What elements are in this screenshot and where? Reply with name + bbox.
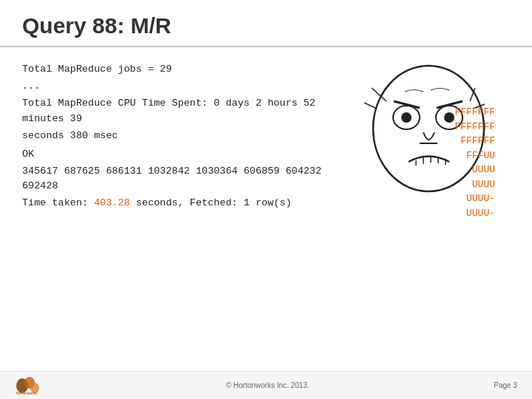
fff-line-5: UUUU	[454, 163, 495, 177]
svg-text:Hortonworks: Hortonworks	[16, 391, 38, 395]
svg-line-14	[364, 103, 377, 109]
image-area: FFFFFFF FFFFFFF FFFFFF FFFUU UUUU UUUU U…	[347, 55, 510, 213]
fff-line-3: FFFFFF	[454, 134, 495, 149]
footer-page: Page 3	[494, 381, 517, 389]
slide-title: Query 88: M/R	[22, 13, 171, 38]
footer-copyright: © Hortonworks Inc. 2013.	[226, 381, 310, 389]
fff-overlay: FFFFFFF FFFFFFF FFFFFF FFFUU UUUU UUUU U…	[454, 105, 495, 220]
fff-line-8: UUUU-	[454, 206, 495, 221]
footer: Hortonworks © Hortonworks Inc. 2013. Pag…	[0, 371, 532, 399]
fff-line-2: FFFFFFF	[454, 120, 495, 134]
line7: Time taken: 403.28 seconds, Fetched: 1 r…	[22, 196, 347, 211]
line6: 345617 687625 686131 1032842 1030364 606…	[22, 164, 347, 195]
fff-line-4: FFFUU	[454, 149, 495, 163]
hortonworks-logo: Hortonworks	[15, 375, 41, 396]
line5: OK	[22, 147, 347, 163]
footer-logo-area: Hortonworks	[15, 375, 41, 396]
title-area: Query 88: M/R	[0, 0, 532, 47]
fff-line-7: UUUU-	[454, 191, 495, 206]
line2: ...	[22, 79, 347, 95]
line4: seconds 380 msec	[22, 129, 347, 144]
fff-line-6: UUUU	[454, 177, 495, 192]
svg-point-4	[444, 112, 454, 123]
slide: Query 88: M/R Total MapReduce jobs = 29 …	[0, 0, 532, 399]
line1: Total MapReduce jobs = 29	[22, 62, 347, 78]
line3: Total MapReduce CPU Time Spent: 0 days 2…	[22, 96, 347, 127]
line7-suffix: seconds, Fetched: 1 row(s)	[130, 197, 292, 208]
line7-prefix: Time taken:	[22, 197, 94, 208]
svg-point-2	[401, 112, 412, 123]
svg-line-6	[394, 101, 420, 108]
text-block: Total MapReduce jobs = 29 ... Total MapR…	[22, 55, 347, 213]
content-area: Total MapReduce jobs = 29 ... Total MapR…	[0, 47, 532, 213]
fff-line-1: FFFFFFF	[454, 105, 495, 120]
line7-highlight: 403.28	[94, 197, 130, 208]
